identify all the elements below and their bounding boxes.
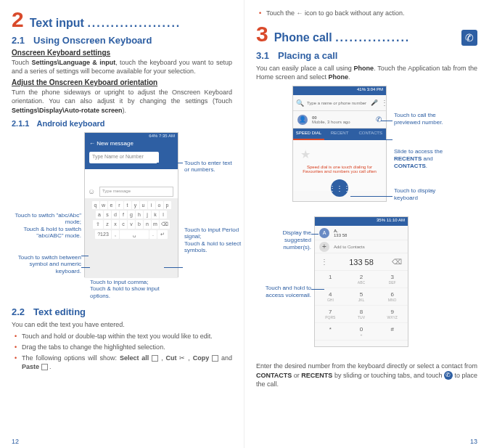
suggested-contact-row[interactable]: A A. 133 58 [315, 226, 408, 240]
key-hash[interactable]: # [377, 323, 408, 341]
callout-slide-tabs: Slide to access the RECENTS and CONTACTS… [394, 148, 463, 169]
figure-phone-main: 41% 3:04 PM 🔍 🎤 ⋮ 👤 00 Mobile, 3 hours a… [256, 86, 477, 209]
overflow-icon[interactable]: ⋮ [381, 99, 388, 107]
callout-call-previewed: Touch to call the previewed number. [394, 112, 452, 126]
key-3[interactable]: 3DEF [377, 271, 408, 288]
speed-dial-message: Speed dial is one touch dialing for Favo… [297, 165, 382, 174]
symbol-key[interactable]: ?123 [95, 230, 111, 239]
dialpad-button[interactable]: ⋮⋮⋮ [331, 179, 348, 197]
kb-statusbar: 64% 7:35 AM ← New message Type Name or N… [85, 133, 178, 169]
figure-phone-dialer: 35% 11:10 AM A A. 133 58 + Add to Contac… [256, 216, 477, 354]
kb-row-3: ⇧zxcvbnm⌫ [86, 220, 176, 229]
space-key[interactable]: ␣ [120, 230, 149, 239]
key-7[interactable]: 7PQRS [315, 306, 346, 323]
call-button-icon: ✆ [444, 371, 453, 380]
key-9[interactable]: 9WXYZ [377, 306, 408, 323]
chapter-title: Phone call ................ [274, 31, 456, 44]
callout-display-keyboard: Touch to display keyboard [394, 187, 452, 201]
bullet-3: The following options will show: Select … [17, 354, 232, 371]
message-input[interactable]: Type message [99, 187, 173, 197]
call-icon[interactable]: ✆ [376, 115, 382, 123]
text-edit-bullets: Touch and hold or double-tap within the … [12, 332, 232, 372]
figure-android-keyboard: 64% 7:35 AM ← New message Type Name or N… [12, 132, 232, 299]
kb-row-2: asdfghjkl [86, 211, 176, 219]
phone-app-icon: ✆ [461, 30, 477, 46]
contact-avatar: 👤 [297, 115, 308, 125]
callout-comma: Touch to input comma; Touch & hold to sh… [90, 279, 170, 300]
copy-icon [212, 355, 218, 362]
paste-icon [41, 364, 48, 370]
keyboard-screenshot: 64% 7:35 AM ← New message Type Name or N… [84, 132, 178, 277]
message-area: ☺ Type message [85, 169, 178, 198]
recent-call-row[interactable]: 👤 00 Mobile, 3 hours ago ✆ [293, 111, 386, 129]
key-6[interactable]: 6MNO [377, 288, 408, 306]
tab-contacts[interactable]: CONTACTS [355, 129, 386, 140]
cut-icon: ✂ [179, 354, 185, 362]
recipient-input[interactable]: Type Name or Number [89, 152, 159, 163]
chapter-2-heading: 2 Text input .................... [12, 9, 232, 30]
period-key[interactable]: . [149, 230, 157, 239]
back-arrow-icon: ← [297, 9, 303, 17]
backspace-icon[interactable]: ⌫ [392, 258, 402, 266]
overflow-icon[interactable]: ⋮ [321, 258, 328, 266]
emoji-icon[interactable]: ☺ [88, 187, 95, 195]
keyboard-area: qwertyuiop asdfghjkl ⇧zxcvbnm⌫ ?123,␣.↵ [85, 198, 178, 278]
key-star[interactable]: * [315, 323, 346, 341]
chapter-title: Text input .................... [30, 17, 232, 30]
enter-key[interactable]: ↵ [157, 230, 168, 239]
key-0[interactable]: 0+ [346, 323, 377, 341]
callout-voicemail: Touch and hold to access voicemail. [256, 285, 311, 298]
add-contact-icon: + [319, 242, 329, 252]
page-number-right: 13 [470, 438, 477, 445]
shift-key[interactable]: ⇧ [93, 220, 103, 229]
paragraph-osk-settings: Touch Settings\Language & input, touch t… [12, 58, 232, 76]
key-2[interactable]: 2ABC [346, 271, 377, 288]
kb-row-4: ?123,␣.↵ [86, 230, 176, 239]
key-8[interactable]: 8TUV [346, 306, 377, 323]
key-5[interactable]: 5JKL [346, 288, 377, 306]
chapter-3-heading: 3 Phone call ................ ✆ [256, 23, 477, 46]
bullet-2: Drag the tabs to change the highlighted … [17, 343, 232, 351]
status-bar: 35% 11:10 AM [315, 217, 408, 226]
mic-icon[interactable]: 🎤 [371, 99, 378, 106]
phone-tabs: SPEED DIAL RECENT CONTACTS [293, 129, 386, 140]
subheading-osk-settings: Onscreen Keyboard settings [12, 49, 232, 57]
section-2-1-heading: 2.1Using Onscreen Keyboard [12, 35, 232, 46]
speed-dial-body: ★ Speed dial is one touch dialing for Fa… [293, 140, 386, 191]
key-1[interactable]: 1 [315, 271, 346, 288]
callout-period: Touch to input Period signal; Touch & ho… [184, 227, 242, 254]
top-bullet: Touch the ← icon to go back without any … [256, 9, 477, 17]
paragraph-placing-call: You can easily place a call using Phone.… [256, 64, 477, 81]
subheading-adjust-orientation: Adjust the Onscreen Keyboard orientation [12, 78, 232, 86]
section-2-2-heading: 2.2Text editing [12, 306, 232, 317]
callout-abc-mode: Touch to switch "abc/Abc" mode; Touch & … [12, 212, 81, 240]
section-2-1-1-heading: 2.1.1Android keyboard [12, 119, 232, 128]
dial-pad: 1 2ABC 3DEF 4GHI 5JKL 6MNO 7PQRS 8TUV 9W… [315, 271, 408, 341]
star-icon: ★ [300, 147, 311, 161]
backspace-key[interactable]: ⌫ [160, 220, 170, 229]
search-bar[interactable]: 🔍 🎤 ⋮ [293, 95, 386, 111]
page-number-left: 12 [12, 438, 19, 445]
phone-main-screenshot: 41% 3:04 PM 🔍 🎤 ⋮ 👤 00 Mobile, 3 hours a… [292, 86, 387, 202]
section-3-1-heading: 3.1Placing a call [256, 50, 477, 61]
chapter-number: 3 [256, 23, 268, 45]
paragraph-enter-number: Enter the desired number from the keyboa… [256, 362, 477, 388]
key-4[interactable]: 4GHI [315, 288, 346, 306]
add-to-contacts-row[interactable]: + Add to Contacts [315, 240, 408, 253]
page-12: 2 Text input .................... 2.1Usi… [0, 0, 244, 448]
paragraph-adjust: Turn the phone sideways or upright to ad… [12, 88, 232, 114]
callout-enter-text: Touch to enter text or numbers. [184, 160, 235, 174]
bullet-1: Touch and hold or double-tap within the … [17, 332, 232, 341]
phone-dialer-screenshot: 35% 11:10 AM A A. 133 58 + Add to Contac… [314, 216, 408, 347]
comma-key[interactable]: , [112, 230, 119, 239]
kb-row-1: qwertyuiop [86, 201, 176, 209]
search-input[interactable] [307, 101, 368, 105]
contact-avatar: A [319, 228, 329, 238]
tab-recent[interactable]: RECENT [324, 129, 356, 140]
callout-suggested-numbers: Display the suggested number(s). [256, 229, 311, 251]
search-icon: 🔍 [296, 99, 304, 107]
tab-speed-dial[interactable]: SPEED DIAL [293, 129, 324, 140]
paragraph-edit-intro: You can edit the text you have entered. [12, 320, 232, 329]
callout-symbol-numeric: Touch to switch between symbol and numer… [12, 254, 81, 275]
page-13: Touch the ← icon to go back without any … [244, 0, 489, 448]
